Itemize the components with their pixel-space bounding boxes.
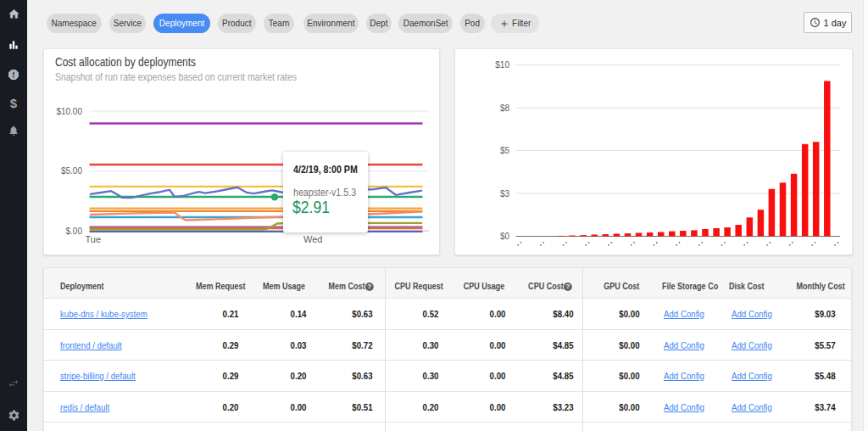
svg-text:$0: $0 (500, 232, 510, 241)
svg-text:$8: $8 (500, 104, 510, 113)
svg-text:$10: $10 (495, 60, 509, 70)
svg-text:Wed: Wed (303, 234, 322, 244)
svg-text:Tue: Tue (86, 234, 102, 244)
svg-text:$10.00: $10.00 (56, 107, 82, 116)
svg-text:$5.00: $5.00 (61, 166, 82, 176)
svg-text:$5: $5 (500, 146, 510, 155)
svg-text:$.00: $.00 (66, 227, 83, 236)
svg-text:$3: $3 (500, 189, 510, 199)
